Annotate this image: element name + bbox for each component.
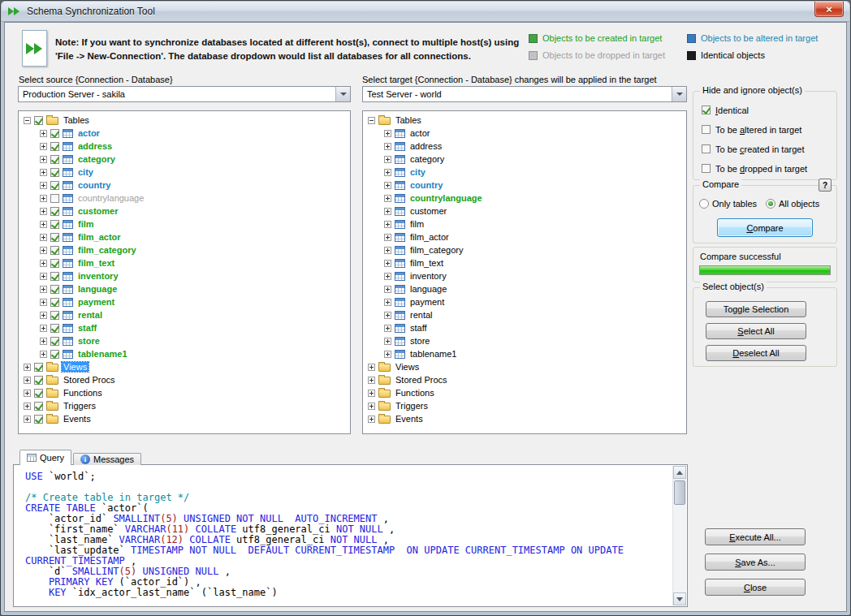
tree-item-city[interactable]: city <box>363 166 686 179</box>
expand-plus-icon[interactable] <box>24 377 31 384</box>
tree-item-staff[interactable]: staff <box>363 321 686 334</box>
tree-checkbox[interactable] <box>50 194 59 203</box>
tree-label[interactable]: city <box>76 167 95 177</box>
expand-plus-icon[interactable] <box>24 416 31 423</box>
tree-checkbox[interactable] <box>50 324 59 333</box>
close-button[interactable]: × <box>814 2 844 17</box>
expand-plus-icon[interactable] <box>40 247 47 254</box>
close-button[interactable]: Close <box>705 579 806 596</box>
expand-plus-icon[interactable] <box>384 338 391 345</box>
tree-checkbox[interactable] <box>50 272 59 281</box>
help-button[interactable]: ? <box>819 179 832 192</box>
checkbox-icon[interactable] <box>702 125 711 134</box>
tree-item-triggers[interactable]: Triggers <box>19 399 350 412</box>
tree-checkbox[interactable] <box>50 207 59 216</box>
tree-item-functions[interactable]: Functions <box>363 386 686 399</box>
expand-plus-icon[interactable] <box>384 234 391 241</box>
tree-item-customer[interactable]: customer <box>19 205 350 218</box>
tree-label[interactable]: customer <box>408 206 448 216</box>
expand-plus-icon[interactable] <box>40 182 47 189</box>
tree-item-functions[interactable]: Functions <box>19 386 350 399</box>
tree-item-tables[interactable]: Tables <box>19 114 350 127</box>
expand-plus-icon[interactable] <box>24 364 31 371</box>
tree-item-store[interactable]: store <box>19 334 350 347</box>
tree-label[interactable]: film_actor <box>76 232 123 242</box>
tree-item-stored-procs[interactable]: Stored Procs <box>363 373 686 386</box>
expand-plus-icon[interactable] <box>40 260 47 267</box>
expand-plus-icon[interactable] <box>368 416 375 423</box>
tree-item-events[interactable]: Events <box>363 412 686 425</box>
tree-label[interactable]: actor <box>76 128 102 138</box>
tree-label[interactable]: film_actor <box>408 232 451 242</box>
tree-checkbox[interactable] <box>50 337 59 346</box>
tree-item-category[interactable]: category <box>19 153 350 166</box>
expand-plus-icon[interactable] <box>384 143 391 150</box>
tree-checkbox[interactable] <box>34 363 43 372</box>
tree-label[interactable]: city <box>408 167 427 177</box>
tree-label[interactable]: Triggers <box>394 401 430 411</box>
save-as-button[interactable]: Save As... <box>705 554 806 571</box>
tree-item-rental[interactable]: rental <box>363 308 686 321</box>
tree-label[interactable]: address <box>76 141 114 151</box>
deselect-all-button[interactable]: Deselect All <box>706 345 806 361</box>
tree-item-city[interactable]: city <box>19 166 350 179</box>
tree-checkbox[interactable] <box>50 181 59 190</box>
tree-checkbox[interactable] <box>50 350 59 359</box>
scroll-down-icon[interactable] <box>673 592 686 605</box>
tree-label[interactable]: tablename1 <box>76 349 129 359</box>
tree-label[interactable]: payment <box>76 297 116 307</box>
tree-label[interactable]: Tables <box>62 115 91 125</box>
tree-label[interactable]: language <box>76 284 119 294</box>
scrollbar-thumb[interactable] <box>674 480 685 505</box>
tree-label[interactable]: film <box>408 219 426 229</box>
expand-plus-icon[interactable] <box>384 247 391 254</box>
tree-item-film-actor[interactable]: film_actor <box>363 230 686 243</box>
target-database-dropdown[interactable]: Test Server - world <box>362 86 687 102</box>
tree-label[interactable]: rental <box>76 310 104 320</box>
expand-plus-icon[interactable] <box>40 299 47 306</box>
tree-item-actor[interactable]: actor <box>19 127 350 140</box>
tree-label[interactable]: countrylanguage <box>76 193 145 203</box>
expand-plus-icon[interactable] <box>384 221 391 228</box>
tree-label[interactable]: actor <box>408 128 431 138</box>
tree-item-film-actor[interactable]: film_actor <box>19 230 350 243</box>
tree-checkbox[interactable] <box>50 168 59 177</box>
tab-query[interactable]: Query <box>19 450 71 465</box>
tree-item-language[interactable]: language <box>363 282 686 295</box>
tree-item-tablename1[interactable]: tablename1 <box>363 347 686 360</box>
tree-label[interactable]: address <box>408 141 443 151</box>
expand-plus-icon[interactable] <box>384 351 391 358</box>
tree-checkbox[interactable] <box>34 389 43 398</box>
radio-all-objects[interactable]: All objects <box>766 199 819 209</box>
tree-label[interactable]: Views <box>394 362 421 372</box>
tree-label[interactable]: film_category <box>76 245 138 255</box>
titlebar[interactable]: Schema Synchronization Tool × <box>2 2 849 22</box>
tree-item-views[interactable]: Views <box>19 360 350 373</box>
tree-item-address[interactable]: address <box>363 140 686 153</box>
expand-plus-icon[interactable] <box>384 299 391 306</box>
tree-item-customer[interactable]: customer <box>363 205 686 218</box>
tree-label[interactable]: Functions <box>62 388 104 398</box>
tree-item-film-category[interactable]: film_category <box>363 243 686 256</box>
tree-label[interactable]: inventory <box>408 271 448 281</box>
tree-checkbox[interactable] <box>50 220 59 229</box>
expand-plus-icon[interactable] <box>384 273 391 280</box>
expand-plus-icon[interactable] <box>368 377 375 384</box>
tree-checkbox[interactable] <box>50 142 59 151</box>
tree-label[interactable]: staff <box>408 323 429 333</box>
tree-item-tables[interactable]: Tables <box>363 114 686 127</box>
radio-icon[interactable] <box>766 199 775 209</box>
dropdown-arrow-icon[interactable] <box>672 87 686 101</box>
tree-item-country[interactable]: country <box>19 179 350 192</box>
checkbox-icon[interactable] <box>702 106 711 114</box>
tree-label[interactable]: customer <box>76 206 120 216</box>
tree-item-views[interactable]: Views <box>363 360 686 373</box>
expand-plus-icon[interactable] <box>384 208 391 215</box>
tree-label[interactable]: store <box>76 336 102 346</box>
expand-plus-icon[interactable] <box>40 169 47 176</box>
tree-item-film-category[interactable]: film_category <box>19 243 350 256</box>
expand-plus-icon[interactable] <box>384 312 391 319</box>
tree-item-inventory[interactable]: inventory <box>363 269 686 282</box>
expand-plus-icon[interactable] <box>40 234 47 241</box>
tree-label[interactable]: country <box>408 180 444 190</box>
